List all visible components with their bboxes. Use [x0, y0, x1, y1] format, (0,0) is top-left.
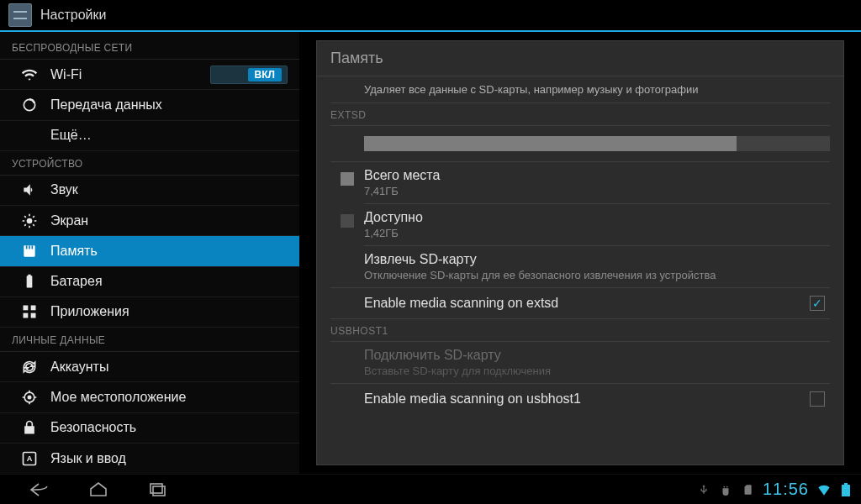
sidebar-item-display[interactable]: Экран [0, 206, 299, 236]
available-swatch [341, 214, 354, 228]
svg-rect-9 [31, 313, 36, 318]
sidebar-item-storage[interactable]: Память [0, 236, 299, 266]
storage-detail-panel: Память Удаляет все данные с SD-карты, на… [316, 40, 844, 465]
svg-rect-5 [32, 245, 34, 249]
sidebar-item-accounts[interactable]: Аккаунты [0, 352, 299, 382]
svg-rect-14 [151, 484, 162, 493]
sidebar-item-label: Wi-Fi [50, 67, 82, 82]
data-usage-icon [20, 96, 39, 114]
svg-rect-6 [24, 306, 29, 311]
mount-desc: Вставьте SD-карту для подключения [364, 365, 830, 377]
svg-point-11 [28, 396, 30, 398]
sidebar-item-language[interactable]: A Язык и ввод [0, 444, 299, 474]
row-total-space[interactable]: Всего места 7,41ГБ [364, 162, 830, 204]
usb-icon [697, 483, 710, 496]
app-title: Настройки [40, 8, 106, 23]
status-time: 11:56 [763, 480, 809, 499]
total-value: 7,41ГБ [364, 185, 830, 197]
usbhost-header: USBHOST1 [330, 319, 830, 342]
section-wireless: БЕСПРОВОДНЫЕ СЕТИ [0, 35, 299, 60]
sidebar-item-apps[interactable]: Приложения [0, 297, 299, 328]
sidebar-item-label: Мое местоположение [50, 390, 186, 405]
row-available[interactable]: Доступно 1,42ГБ [364, 204, 830, 246]
sidebar-item-label: Звук [50, 182, 78, 197]
svg-point-1 [27, 218, 33, 223]
erase-description: Удаляет все данные с SD-карты, например … [330, 76, 830, 103]
wifi-status-icon [817, 483, 831, 496]
row-mount-sd: Подключить SD-карту Вставьте SD-карту дл… [330, 342, 830, 384]
sidebar-item-label: Безопасность [50, 420, 136, 435]
apps-icon [20, 302, 39, 321]
location-icon [20, 388, 39, 407]
storage-usage-bar-row [330, 126, 830, 162]
debug-icon [719, 483, 732, 496]
titlebar: Настройки [0, 0, 861, 32]
sidebar-item-label: Память [50, 244, 98, 259]
sd-card-icon [741, 483, 754, 496]
settings-app-icon [8, 3, 32, 27]
svg-rect-7 [31, 306, 36, 311]
eject-label: Извлечь SD-карту [364, 252, 830, 267]
extsd-header: EXTSD [330, 103, 830, 126]
lock-icon [20, 418, 39, 437]
svg-rect-3 [26, 245, 28, 249]
home-button[interactable] [84, 480, 113, 500]
scan-usb-checkbox[interactable] [810, 391, 825, 407]
settings-sidebar: БЕСПРОВОДНЫЕ СЕТИ Wi-Fi ВКЛ Передача дан… [0, 32, 299, 474]
svg-rect-4 [29, 245, 30, 249]
wifi-toggle[interactable]: ВКЛ [210, 66, 288, 84]
row-eject-sd[interactable]: Извлечь SD-карту Отключение SD-карты для… [330, 246, 830, 288]
sidebar-item-label: Передача данных [50, 97, 162, 113]
svg-point-17 [726, 486, 728, 487]
total-swatch [341, 172, 354, 186]
svg-rect-15 [153, 486, 165, 496]
scan-extsd-label: Enable media scanning on extsd [364, 296, 810, 311]
sidebar-item-more[interactable]: Ещё… [0, 121, 299, 151]
eject-desc: Отключение SD-карты для ее безопасного и… [364, 269, 830, 281]
sidebar-item-label: Приложения [50, 304, 129, 319]
sidebar-item-security[interactable]: Безопасность [0, 413, 299, 444]
sidebar-item-label: Аккаунты [50, 360, 108, 375]
system-navbar: 11:56 [0, 474, 861, 504]
sync-icon [20, 358, 39, 376]
wifi-icon [20, 66, 39, 84]
storage-icon [20, 242, 39, 260]
svg-rect-8 [24, 313, 29, 318]
sidebar-item-sound[interactable]: Звук [0, 176, 299, 206]
battery-icon [20, 272, 39, 291]
storage-usage-fill [364, 136, 737, 151]
storage-usage-bar [364, 136, 830, 151]
section-personal: ЛИЧНЫЕ ДАННЫЕ [0, 328, 299, 352]
sound-icon [20, 181, 39, 199]
detail-title: Память [317, 41, 843, 76]
total-label: Всего места [364, 168, 830, 183]
sidebar-item-label: Экран [50, 213, 88, 228]
section-device: УСТРОЙСТВО [0, 151, 299, 176]
svg-point-16 [723, 486, 725, 487]
sidebar-item-label: Ещё… [50, 128, 92, 143]
svg-text:A: A [27, 454, 33, 463]
sidebar-item-battery[interactable]: Батарея [0, 267, 299, 297]
recent-apps-button[interactable] [143, 480, 172, 500]
row-scan-usbhost[interactable]: Enable media scanning on usbhost1 [330, 384, 830, 414]
available-value: 1,42ГБ [364, 227, 830, 239]
language-icon: A [20, 449, 39, 468]
sidebar-item-wifi[interactable]: Wi-Fi ВКЛ [0, 60, 299, 90]
scan-usb-label: Enable media scanning on usbhost1 [364, 391, 810, 407]
back-button[interactable] [25, 480, 54, 500]
sidebar-item-data-usage[interactable]: Передача данных [0, 90, 299, 120]
battery-status-icon [839, 483, 853, 496]
row-scan-extsd[interactable]: Enable media scanning on extsd [330, 288, 830, 319]
available-label: Доступно [364, 210, 830, 225]
sidebar-item-label: Батарея [50, 274, 103, 289]
scan-extsd-checkbox[interactable] [810, 296, 825, 311]
svg-rect-19 [844, 483, 848, 485]
sidebar-item-label: Язык и ввод [50, 451, 126, 466]
svg-rect-18 [842, 485, 850, 496]
status-bar[interactable]: 11:56 [697, 480, 853, 499]
sidebar-item-location[interactable]: Мое местоположение [0, 382, 299, 412]
mount-label: Подключить SD-карту [364, 348, 830, 363]
display-icon [20, 212, 39, 230]
